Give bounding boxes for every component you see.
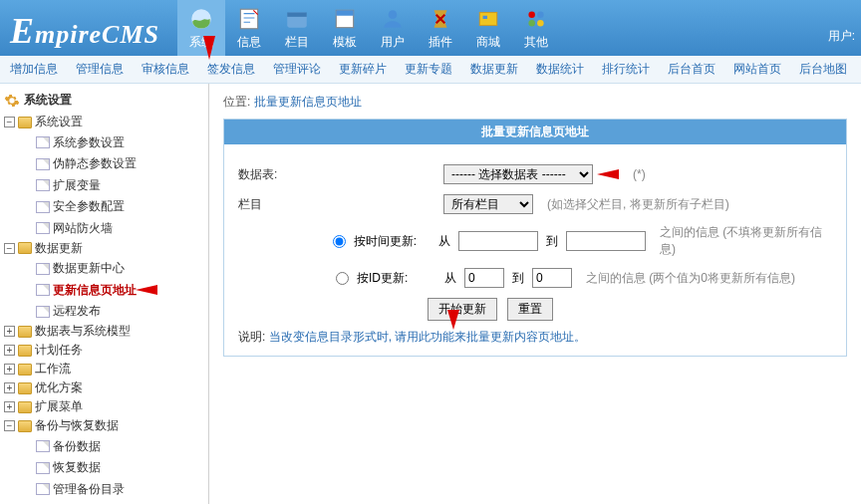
subnav-1[interactable]: 管理信息 (76, 61, 124, 78)
expand-icon[interactable]: + (4, 326, 15, 337)
tree-label[interactable]: 数据表与系统模型 (35, 323, 131, 340)
submit-button[interactable]: 开始更新 (428, 298, 497, 321)
nav-label: 用户 (381, 35, 405, 49)
tree-label[interactable]: 远程发布 (53, 303, 101, 320)
logo: EmpireCMS (0, 0, 177, 56)
subnav-8[interactable]: 数据统计 (536, 61, 584, 78)
id-to-input[interactable] (532, 268, 572, 288)
tree-label[interactable]: 扩展菜单 (35, 398, 83, 415)
svg-point-10 (537, 11, 544, 18)
tree-label[interactable]: 优化方案 (35, 379, 83, 396)
tree-folder[interactable]: +工作流 (4, 361, 71, 378)
tree-file[interactable]: 安全参数配置 (20, 198, 125, 215)
subnav-11[interactable]: 网站首页 (733, 61, 781, 78)
tree-folder[interactable]: −系统设置 (4, 114, 83, 130)
time-to-input[interactable] (566, 231, 646, 251)
nav-item-4[interactable]: 用户 (369, 0, 417, 56)
nav-item-3[interactable]: 模板 (321, 0, 369, 56)
tree-folder[interactable]: +扩展菜单 (4, 398, 83, 415)
tree-label[interactable]: 管理备份目录 (53, 481, 125, 498)
svg-point-9 (528, 11, 535, 18)
nav-label: 商城 (476, 35, 500, 49)
tree-label[interactable]: 系统设置 (35, 114, 83, 130)
tree-file[interactable]: 系统参数设置 (20, 134, 125, 151)
id-from-input[interactable] (464, 268, 504, 288)
breadcrumb-link[interactable]: 批量更新信息页地址 (254, 95, 362, 109)
explain: 说明: 当改变信息目录形式时, 请用此功能来批量更新内容页地址。 (238, 329, 832, 346)
tree-folder[interactable]: +优化方案 (4, 379, 83, 396)
expand-icon[interactable]: + (4, 345, 15, 356)
time-from-input[interactable] (458, 231, 538, 251)
nav-item-1[interactable]: 信息 (225, 0, 273, 56)
by-time-radio[interactable] (333, 235, 346, 248)
expand-icon[interactable]: + (4, 401, 15, 412)
collapse-icon[interactable]: − (4, 420, 15, 431)
column-select[interactable]: 所有栏目 (443, 194, 533, 214)
tree-label[interactable]: 伪静态参数设置 (53, 155, 137, 172)
breadcrumb: 位置: 批量更新信息页地址 (223, 94, 847, 111)
collapse-icon[interactable]: − (4, 243, 15, 254)
subnav-12[interactable]: 后台地图 (799, 61, 847, 78)
subnav-5[interactable]: 更新碎片 (339, 61, 387, 78)
nav-item-5[interactable]: 插件 (417, 0, 464, 56)
subnav-4[interactable]: 管理评论 (273, 61, 321, 78)
svg-point-12 (537, 20, 544, 27)
folder-icon (18, 117, 32, 128)
column-label: 栏目 (238, 196, 328, 213)
folder-icon (18, 345, 32, 357)
tree-label[interactable]: 网站防火墙 (53, 220, 113, 237)
tree-folder[interactable]: +计划任务 (4, 342, 83, 359)
tree-file[interactable]: 备份数据 (20, 438, 101, 455)
tree-label[interactable]: 工作流 (35, 361, 71, 378)
column-note: (如选择父栏目, 将更新所有子栏目) (547, 196, 729, 213)
tree-label[interactable]: 更新信息页地址 (53, 282, 137, 299)
tree-file[interactable]: 数据更新中心 (20, 260, 125, 277)
folder-icon (18, 364, 32, 376)
tree-label[interactable]: 备份与恢复数据 (35, 417, 119, 434)
tree-label[interactable]: 安全参数配置 (53, 198, 125, 215)
subnav-9[interactable]: 排行统计 (602, 61, 650, 78)
tree-label[interactable]: 数据更新 (35, 240, 83, 257)
nav-item-7[interactable]: 其他 (512, 0, 560, 56)
nav-item-0[interactable]: 系统 (177, 0, 225, 56)
subnav-7[interactable]: 数据更新 (470, 61, 518, 78)
tree-file[interactable]: 扩展变量 (20, 177, 101, 194)
tree-file[interactable]: 远程发布 (20, 303, 101, 320)
tree-file[interactable]: 恢复数据 (20, 459, 101, 476)
tree-file[interactable]: 网站防火墙 (20, 220, 113, 237)
file-icon (36, 136, 50, 148)
svg-point-11 (528, 20, 535, 27)
nav-icon (177, 6, 225, 32)
tree-label[interactable]: 计划任务 (35, 342, 83, 359)
reset-button[interactable]: 重置 (507, 298, 553, 321)
tree-folder[interactable]: −备份与恢复数据 (4, 417, 119, 434)
nav-label: 其他 (524, 35, 548, 49)
table-select[interactable]: ------ 选择数据表 ------ (443, 164, 593, 184)
tree-folder[interactable]: −数据更新 (4, 240, 83, 257)
folder-icon (18, 242, 32, 254)
tree-file[interactable]: 伪静态参数设置 (20, 155, 137, 172)
expand-icon[interactable]: + (4, 382, 15, 393)
tree-label[interactable]: 数据更新中心 (53, 260, 125, 277)
table-suffix: (*) (633, 167, 646, 181)
subnav-10[interactable]: 后台首页 (668, 61, 716, 78)
tree-label[interactable]: 系统参数设置 (53, 134, 125, 151)
by-id-radio[interactable] (336, 272, 349, 285)
subnav-3[interactable]: 签发信息 (207, 61, 255, 78)
tree-label[interactable]: 扩展变量 (53, 177, 101, 194)
tree-label[interactable]: 恢复数据 (53, 459, 101, 476)
tree-file[interactable]: 管理备份目录 (20, 481, 125, 498)
sub-nav: 增加信息管理信息审核信息签发信息管理评论更新碎片更新专题数据更新数据统计排行统计… (0, 56, 861, 84)
arrow-annotation-icon (447, 310, 459, 330)
nav-item-2[interactable]: 栏目 (273, 0, 321, 56)
tree-file[interactable]: 更新信息页地址 (20, 282, 157, 299)
nav-item-6[interactable]: 商城 (464, 0, 512, 56)
subnav-2[interactable]: 审核信息 (142, 61, 189, 78)
tree-folder[interactable]: +数据表与系统模型 (4, 323, 131, 340)
subnav-6[interactable]: 更新专题 (405, 61, 452, 78)
subnav-0[interactable]: 增加信息 (10, 61, 58, 78)
expand-icon[interactable]: + (4, 364, 15, 375)
collapse-icon[interactable]: − (4, 117, 15, 127)
tree-label[interactable]: 备份数据 (53, 438, 101, 455)
nav-icon (417, 6, 464, 32)
